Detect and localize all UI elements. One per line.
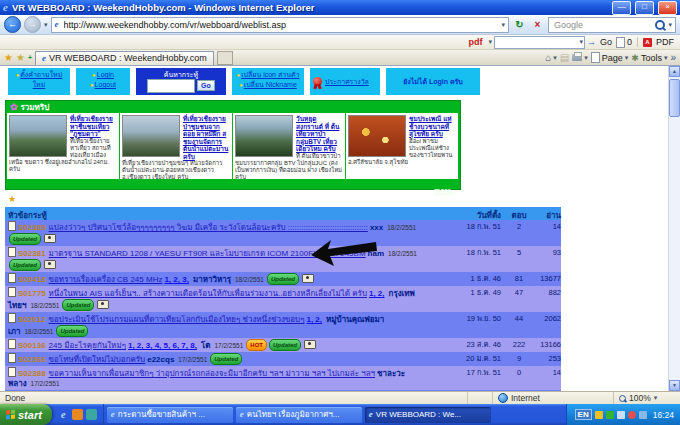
topic-replies: 44	[505, 314, 533, 324]
topic-title-link[interactable]: ขอโทษที่เปิดใหม่ไม่บอกครับ	[49, 355, 146, 364]
topic-id-link[interactable]: S02012	[18, 315, 46, 324]
logout-link[interactable]: Logout	[95, 81, 116, 88]
topic-title-link[interactable]: แปลงว่าวๆ ปริศนาโชว์ล้อๆๆๆๆๆๆๆๆๆ วิฆม มี…	[49, 223, 368, 232]
tools-menu-button[interactable]: ✱Tools▾	[631, 53, 667, 63]
start-button[interactable]: start	[0, 404, 52, 425]
close-button[interactable]: ×	[658, 1, 677, 15]
scroll-up-icon[interactable]: ▲	[669, 66, 680, 77]
go-arrow-icon[interactable]: →	[587, 37, 596, 47]
messenger-tray-icon[interactable]	[628, 411, 636, 419]
feeds-icon[interactable]: ▤	[560, 52, 569, 63]
search-input[interactable]	[552, 19, 652, 31]
topic-id-link[interactable]: S00136	[18, 341, 46, 350]
topic-title-link[interactable]: ขอความเห็นจากเพื่อนสมาชิกๆ ว่าอุปกรณ์รถก…	[49, 369, 375, 378]
home-button[interactable]: ⌂▾	[545, 52, 557, 63]
scrollbar-thumb[interactable]	[669, 79, 680, 117]
new-topic-link-2[interactable]: ใหม่	[33, 81, 46, 88]
print-button[interactable]: ▾	[572, 54, 588, 62]
topic-search-input[interactable]	[147, 79, 195, 93]
topic-reads: 13166	[535, 340, 561, 350]
topic-title-link[interactable]: ขอทราบเรื่องเครื่อง CB 245 MHz	[49, 275, 163, 284]
topic-search-go-button[interactable]: Go	[197, 80, 215, 91]
favorites-center-icon[interactable]: ★	[4, 52, 13, 63]
change-nickname-link[interactable]: เปลี่ยน Nickname	[244, 81, 297, 88]
display-tray-icon[interactable]	[617, 411, 625, 419]
back-button[interactable]: ←	[4, 16, 21, 33]
search-dropdown-icon[interactable]: ▾	[668, 21, 672, 29]
search-box[interactable]: ▾	[548, 17, 676, 33]
pdf-toolbar-combobox[interactable]: ▾	[494, 36, 585, 49]
pdf-toolbar-menu[interactable]: pdf	[464, 37, 486, 47]
zoom-dropdown-icon[interactable]: ▾	[654, 394, 658, 402]
new-tab-stub[interactable]	[217, 51, 233, 65]
scroll-down-icon[interactable]: ▼	[669, 380, 680, 391]
pdf-button[interactable]: PDF	[654, 37, 676, 47]
capture-icon[interactable]	[616, 37, 625, 48]
topic-id-link[interactable]: S00418	[18, 275, 46, 284]
browser-tab[interactable]: e VR WEBBOARD : WeekendHobby.com	[35, 51, 214, 65]
maximize-button[interactable]: □	[635, 1, 654, 15]
title-bar: e VR WEBBOARD : WeekendHobby.com - Windo…	[0, 0, 680, 15]
task-button[interactable]: e กระดานซื้อขายสินค้าฯ ...	[107, 407, 233, 423]
menu-bar: pdf ▾ ▾ → Go 0 A PDF	[0, 35, 680, 50]
tools-dropdown-icon[interactable]: ▾	[664, 54, 668, 62]
updated-badge: Updated	[56, 325, 88, 337]
topic-title-link[interactable]: หนึ่งในพนง AIS แอร์เย็นฯ.. สร้างความเดือ…	[49, 289, 367, 298]
page-menu-button[interactable]: Page▾	[591, 52, 629, 63]
status-spacer	[468, 392, 493, 404]
stop-icon[interactable]: ×	[530, 17, 545, 32]
new-topic-link[interactable]: ตั้งคำถามใหม่	[20, 71, 62, 78]
print-dropdown-icon[interactable]: ▾	[584, 54, 588, 62]
topic-title-link[interactable]: 245 มีอะไรคุยกันใหม่ๆ	[49, 341, 126, 350]
topic-reads: 14	[535, 368, 561, 378]
sort-links-row: ★	[8, 194, 669, 204]
table-header: หัวข้อกระทู้ วันที่ตั้ง ตอบ อ่าน	[5, 207, 561, 220]
minimize-button[interactable]: —	[612, 1, 631, 15]
topic-id-link[interactable]: S01775	[18, 289, 46, 298]
language-indicator[interactable]: EN	[575, 409, 592, 420]
add-favorite-icon[interactable]: ★	[16, 52, 25, 63]
trips-cards: ที่เที่ยวเชียงราย หาชื่นชมเที่ยว "ภูชมดา…	[7, 113, 459, 179]
topic-page-links[interactable]: 1, 2,	[306, 315, 322, 324]
topic-page-links[interactable]: 1, 2, 3,	[164, 275, 188, 284]
volume-tray-icon[interactable]	[639, 411, 647, 419]
toolbar-overflow-icon[interactable]: »	[670, 52, 676, 63]
task-button[interactable]: e VR WEBBOARD : We...	[365, 407, 491, 423]
history-dropdown-icon[interactable]: ▾	[44, 21, 48, 29]
zoom-control[interactable]: 100% ▾	[614, 392, 680, 404]
quicklaunch-icon-2[interactable]	[72, 409, 83, 420]
change-icon-link[interactable]: เปลี่ยน icon ส่วนตัว	[241, 71, 299, 78]
vertical-scrollbar[interactable]: ▲ ▼	[668, 66, 680, 391]
ie-quicklaunch-icon[interactable]: e	[58, 409, 69, 420]
forward-button[interactable]: →	[24, 16, 41, 33]
topic-id-link[interactable]: S02366	[18, 355, 46, 364]
address-input[interactable]	[62, 19, 499, 31]
refresh-icon[interactable]: ↻	[512, 17, 527, 32]
home-dropdown-icon[interactable]: ▾	[553, 54, 557, 62]
page-dropdown-icon[interactable]: ▾	[625, 54, 629, 62]
network-tray-icon[interactable]	[606, 411, 614, 419]
trip-photo	[122, 115, 180, 157]
trips-footer: more..	[7, 179, 459, 188]
combobox-dropdown-icon[interactable]: ▾	[579, 38, 583, 46]
topic-page-links[interactable]: 1, 2, 3, 4, 5, 6, 7, 8,	[128, 341, 197, 350]
topic-id-link[interactable]: S02389	[18, 223, 46, 232]
topic-replies: 5	[505, 248, 533, 258]
topic-id-link[interactable]: S02381	[18, 249, 46, 258]
address-bar[interactable]: e ▾	[51, 17, 509, 33]
task-button[interactable]: e คนไทยฯ เรื่องภูมิอากาศฯ...	[236, 407, 362, 423]
topic-page-links[interactable]: 1, 2,	[369, 289, 385, 298]
address-dropdown-icon[interactable]: ▾	[501, 21, 505, 29]
shield-tray-icon[interactable]	[595, 411, 603, 419]
login-link[interactable]: Login	[97, 71, 114, 78]
show-desktop-icon[interactable]	[86, 409, 97, 420]
search-icon[interactable]	[655, 20, 665, 30]
task-ie-icon: e	[240, 409, 244, 420]
award-link[interactable]: ประกาศรางวัล	[325, 77, 369, 86]
trips-more-link[interactable]: more..	[434, 187, 455, 194]
pdf-go-button[interactable]: Go	[598, 37, 614, 47]
topic-id-link[interactable]: S02388	[18, 369, 46, 378]
award-cell: ประกาศรางวัล	[310, 68, 380, 95]
pdf-dropdown-icon[interactable]: ▾	[488, 38, 492, 46]
topic-title-link[interactable]: ขอประเมินใช้โปรแกรมแผนที่ดาวเทียมโลกกับเ…	[49, 315, 305, 324]
